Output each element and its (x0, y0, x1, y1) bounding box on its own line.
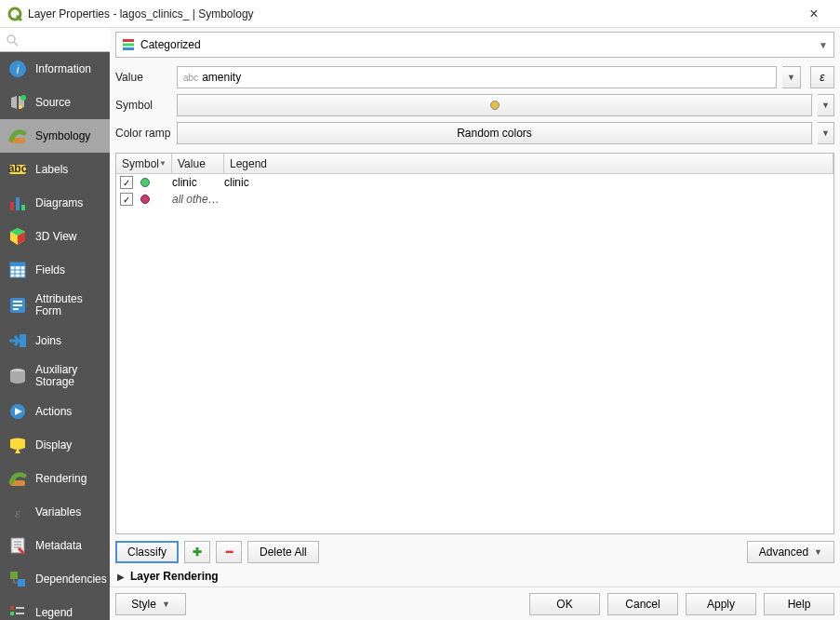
svg-point-6 (19, 105, 22, 109)
ok-button[interactable]: OK (529, 593, 600, 615)
dialog-footer: Style▼ OK Cancel Apply Help (110, 586, 840, 620)
rendering-icon (7, 468, 28, 489)
sidebar-item-label: Auxiliary Storage (35, 364, 102, 388)
grid-header-value[interactable]: Value (172, 154, 224, 173)
sort-indicator-icon: ▼ (159, 159, 167, 168)
chevron-down-icon: ▼ (819, 40, 828, 50)
sidebar-item-rendering[interactable]: Rendering (0, 462, 110, 495)
cancel-button[interactable]: Cancel (607, 593, 678, 615)
sidebar-item-fields[interactable]: Fields (0, 253, 110, 287)
svg-rect-33 (18, 579, 25, 586)
grid-header-legend-label: Legend (230, 157, 267, 170)
value-field-text: amenity (202, 71, 241, 84)
grid-row[interactable]: ✓ clinic clinic (116, 174, 833, 191)
window-title: Layer Properties - lagos_clinics_ | Symb… (28, 7, 795, 20)
symbol-button[interactable] (177, 94, 812, 116)
classify-row: Classify ✚ ━ Delete All Advanced▼ (110, 536, 840, 568)
sidebar-item-information[interactable]: i Information (0, 52, 110, 86)
storage-icon (7, 366, 28, 386)
row-checkbox[interactable]: ✓ (120, 176, 133, 189)
sidebar-item-label: Diagrams (35, 197, 83, 209)
sidebar-item-label: Joins (35, 335, 61, 347)
legend-icon (7, 602, 28, 620)
sidebar-item-source[interactable]: Source (0, 86, 110, 119)
style-button[interactable]: Style▼ (115, 593, 186, 615)
svg-rect-12 (21, 205, 25, 210)
advanced-button[interactable]: Advanced▼ (747, 541, 834, 563)
sidebar-item-diagrams[interactable]: Diagrams (0, 186, 110, 220)
info-icon: i (7, 59, 28, 79)
svg-point-5 (20, 95, 26, 101)
close-button[interactable]: × (795, 6, 833, 22)
grid-header-symbol[interactable]: Symbol ▼ (116, 154, 172, 173)
labels-icon: abc (7, 159, 28, 180)
symbol-dropdown-button[interactable]: ▼ (818, 94, 834, 116)
sidebar-item-legend[interactable]: Legend (0, 596, 110, 620)
layer-rendering-section[interactable]: ▶ Layer Rendering (110, 568, 840, 586)
dependencies-icon (7, 569, 28, 589)
sidebar-item-label: Metadata (35, 540, 82, 552)
svg-rect-38 (123, 39, 134, 42)
sidebar-item-metadata[interactable]: Metadata (0, 529, 110, 562)
layer-rendering-title: Layer Rendering (130, 570, 219, 583)
actions-icon (7, 401, 28, 422)
svg-rect-22 (13, 308, 19, 310)
svg-rect-11 (16, 197, 20, 210)
grid-header-legend[interactable]: Legend (224, 154, 833, 173)
grid-row[interactable]: ✓ all othe… (116, 191, 833, 208)
add-category-button[interactable]: ✚ (184, 541, 210, 563)
sidebar-item-variables[interactable]: ε Variables (0, 495, 110, 529)
symbol-preview-dot (490, 101, 500, 110)
row-checkbox[interactable]: ✓ (120, 193, 133, 206)
svg-line-2 (14, 42, 18, 46)
sidebar-item-labels[interactable]: abc Labels (0, 153, 110, 186)
categories-grid: Symbol ▼ Value Legend ✓ clinic clinic ✓ … (115, 153, 834, 534)
sidebar-item-dependencies[interactable]: Dependencies (0, 562, 110, 596)
value-label: Value (115, 71, 171, 84)
diagrams-icon (7, 193, 28, 213)
sidebar-item-label: Information (35, 63, 91, 75)
sidebar-item-label: Rendering (35, 473, 87, 485)
chevron-down-icon: ▼ (162, 600, 170, 609)
svg-point-1 (7, 35, 15, 43)
color-ramp-button[interactable]: Random colors (177, 122, 812, 144)
sidebar-item-joins[interactable]: Joins (0, 324, 110, 357)
sidebar-item-actions[interactable]: Actions (0, 395, 110, 428)
sidebar-item-attributes-form[interactable]: Attributes Form (0, 287, 110, 324)
renderer-combo[interactable]: Categorized ▼ (115, 32, 834, 58)
collapse-triangle-icon: ▶ (117, 572, 125, 582)
sidebar-item-symbology[interactable]: Symbology (0, 119, 110, 153)
sidebar-item-label: Dependencies (35, 573, 107, 586)
symbology-icon (7, 126, 28, 146)
svg-rect-35 (10, 612, 14, 615)
color-ramp-value: Random colors (457, 127, 532, 140)
color-ramp-dropdown-button[interactable]: ▼ (818, 122, 834, 144)
sidebar-item-display[interactable]: Display (0, 428, 110, 462)
classify-button[interactable]: Classify (115, 541, 179, 563)
value-dropdown-button[interactable]: ▼ (782, 66, 801, 88)
source-icon (7, 92, 28, 113)
variables-icon: ε (7, 502, 28, 522)
symbol-label: Symbol (115, 99, 171, 112)
color-ramp-row: Color ramp Random colors ▼ (115, 119, 834, 147)
sidebar-search[interactable] (0, 28, 110, 52)
remove-category-button[interactable]: ━ (216, 541, 242, 563)
sidebar-item-label: Symbology (35, 130, 90, 142)
row-value: clinic (172, 176, 224, 189)
apply-button[interactable]: Apply (686, 593, 756, 615)
fields-icon (7, 260, 28, 280)
delete-all-button[interactable]: Delete All (247, 541, 319, 563)
sidebar-item-auxiliary-storage[interactable]: Auxiliary Storage (0, 357, 110, 395)
value-row: Value abc amenity ▼ ε (115, 63, 834, 91)
display-icon (7, 435, 28, 455)
expression-button[interactable]: ε (810, 66, 834, 88)
sidebar: i Information Source Symbology abc Label… (0, 28, 110, 620)
sidebar-item-label: Attributes Form (35, 293, 102, 317)
sidebar-item-3dview[interactable]: 3D View (0, 220, 110, 253)
sidebar-nav: i Information Source Symbology abc Label… (0, 52, 110, 620)
chevron-down-icon: ▼ (814, 547, 822, 557)
sidebar-item-label: 3D View (35, 231, 76, 243)
help-button[interactable]: Help (764, 593, 834, 615)
value-field-combo[interactable]: abc amenity (177, 66, 777, 88)
svg-rect-39 (123, 44, 134, 47)
